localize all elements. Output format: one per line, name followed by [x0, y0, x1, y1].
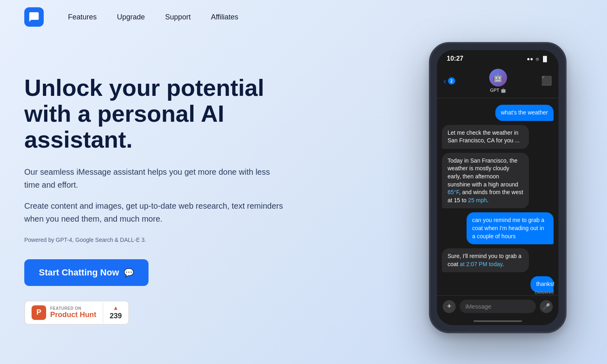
- contact-name: GPT 🤖: [490, 88, 506, 93]
- phone-frame: 10:27 ●● ⌾ ▐▌ ‹ 2 🤖 GPT 🤖: [429, 42, 567, 333]
- delivered-label: Delivered: [524, 290, 554, 295]
- hero-sub2: Create content and images, get up-to-dat…: [24, 199, 283, 225]
- ph-count-number: 239: [110, 312, 122, 320]
- home-bar-line: [473, 320, 522, 322]
- mic-button[interactable]: 🎤: [540, 300, 553, 313]
- nav-affiliates[interactable]: Affiliates: [211, 13, 238, 21]
- back-button[interactable]: ‹ 2: [444, 76, 455, 86]
- nav-upgrade[interactable]: Upgrade: [117, 13, 145, 21]
- status-time: 10:27: [447, 55, 463, 62]
- message-6-wrap: thanks! Delivered: [524, 276, 554, 295]
- ph-count-section: ▲ 239: [103, 301, 128, 324]
- back-chevron-icon: ‹: [444, 76, 446, 86]
- ph-text: FEATURED ON Product Hunt: [50, 306, 96, 319]
- cta-label: Start Chatting Now: [39, 267, 119, 278]
- chat-contact: 🤖 GPT 🤖: [489, 69, 507, 93]
- status-icons: ●● ⌾ ▐▌: [527, 56, 549, 62]
- phone-screen: 10:27 ●● ⌾ ▐▌ ‹ 2 🤖 GPT 🤖: [437, 50, 558, 325]
- signal-icon: ●●: [527, 56, 533, 62]
- message-4: can you remind me to grab a coat when I'…: [467, 212, 554, 244]
- nav-links: Features Upgrade Support Affiliates: [68, 13, 238, 21]
- ph-arrow-icon: ▲: [113, 305, 119, 311]
- powered-by: Powered by GPT-4, Google Search & DALL-E…: [24, 237, 283, 243]
- chat-header: ‹ 2 🤖 GPT 🤖 ⬛: [437, 66, 558, 98]
- message-1: what's the weather: [495, 105, 554, 121]
- product-hunt-badge[interactable]: P FEATURED ON Product Hunt ▲ 239: [24, 301, 129, 325]
- contact-avatar: 🤖: [489, 69, 507, 87]
- back-count: 2: [448, 77, 455, 85]
- message-3: Today in San Francisco, the weather is m…: [442, 153, 529, 209]
- reminder-time-link[interactable]: at 2:07 PM today: [460, 261, 502, 267]
- status-bar: 10:27 ●● ⌾ ▐▌: [437, 50, 558, 66]
- ph-icon: P: [32, 305, 46, 320]
- hero-section: Unlock your potential with a personal AI…: [0, 34, 607, 349]
- battery-icon: ▐▌: [541, 56, 549, 62]
- phone-mockup: 10:27 ●● ⌾ ▐▌ ‹ 2 🤖 GPT 🤖: [429, 42, 583, 333]
- message-icon: 💬: [124, 268, 134, 277]
- ph-featured-label: FEATURED ON: [50, 306, 96, 311]
- hero-sub1: Our seamless iMessage assistant helps yo…: [24, 165, 283, 191]
- home-bar: [437, 317, 558, 325]
- message-5: Sure, I'll remind you to grab a coat at …: [442, 248, 529, 272]
- temp-link[interactable]: 65°F: [448, 189, 459, 195]
- messages-list: what's the weather Let me check the weat…: [437, 98, 558, 295]
- ph-left: P FEATURED ON Product Hunt: [25, 302, 103, 323]
- logo[interactable]: [24, 7, 44, 27]
- nav-features[interactable]: Features: [68, 13, 97, 21]
- ph-name: Product Hunt: [50, 311, 96, 319]
- chat-input-bar: + iMessage 🎤: [437, 295, 558, 317]
- hero-title: Unlock your potential with a personal AI…: [24, 75, 283, 152]
- plus-button[interactable]: +: [443, 300, 456, 313]
- cta-button[interactable]: Start Chatting Now 💬: [24, 259, 149, 286]
- message-2: Let me check the weather in San Francisc…: [442, 125, 529, 149]
- wifi-icon: ⌾: [536, 56, 539, 62]
- logo-icon: [28, 11, 40, 23]
- nav-support[interactable]: Support: [165, 13, 191, 21]
- video-call-icon[interactable]: ⬛: [541, 76, 552, 86]
- navbar: Features Upgrade Support Affiliates: [0, 0, 607, 34]
- imessage-input[interactable]: iMessage: [460, 300, 536, 313]
- wind-link[interactable]: 25 mph: [468, 197, 487, 203]
- hero-left: Unlock your potential with a personal AI…: [24, 75, 308, 324]
